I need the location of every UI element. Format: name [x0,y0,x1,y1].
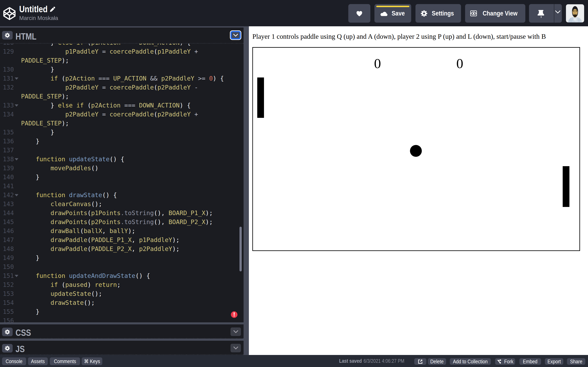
gear-icon [5,329,10,334]
unsaved-indicator [376,6,409,7]
error-badge[interactable]: ! [231,311,237,318]
code-text: drawPoints(p1Points.toString(), BOARD_P1… [21,209,213,217]
line-number: 145 [0,217,14,226]
css-settings-gear-button[interactable] [2,328,13,336]
code-text: drawState(); [21,298,95,307]
code-line: PADDLE_STEP); [0,119,243,128]
code-line: 149 } [0,253,243,262]
pin-split-button[interactable] [529,4,562,23]
pen-author[interactable]: Marcin Moskała [19,15,58,21]
html-collapse-button[interactable] [230,30,241,40]
fold-arrow-icon[interactable] [15,194,18,196]
fold-arrow-icon[interactable] [15,275,18,277]
change-view-button[interactable]: Change View [465,4,525,23]
export-button[interactable]: Export [545,358,563,365]
code-text: drawBall(ballX, ballY); [21,226,135,235]
score-right: 0 [456,55,463,71]
assets-button[interactable]: Assets [28,358,48,365]
code-text: drawPoints(p2Points.toString(), BOARD_P2… [21,217,213,226]
line-number: 151 [0,271,14,280]
js-settings-gear-button[interactable] [2,344,13,352]
pong-canvas[interactable]: 0 0 [252,47,580,251]
code-line: 132 p2PaddleY = coercePaddle(p2PaddleY - [0,83,243,92]
save-label: Save [392,9,405,17]
js-collapse-button[interactable] [231,344,241,352]
fold-arrow-icon[interactable] [15,158,18,160]
line-number: 146 [0,226,14,235]
code-line: PADDLE_STEP); [0,56,243,65]
settings-button[interactable]: Settings [415,4,461,23]
pin-icon [537,10,544,18]
line-number: 154 [0,298,14,307]
html-section-label: HTML [16,31,36,42]
editor-preview-resizer[interactable] [243,26,249,355]
chevron-down-icon[interactable] [555,10,561,14]
code-text: } else if (p1Action === DOWN_ACTION) { [21,44,191,47]
code-text: } else if (p2Action === DOWN_ACTION) { [21,101,191,110]
html-section-header[interactable]: HTML [0,27,243,44]
open-external-button[interactable] [414,358,426,365]
codepen-logo-icon[interactable] [3,7,16,20]
code-line: 137 [0,146,243,155]
focus-ring [231,31,241,39]
score-left: 0 [374,55,381,71]
line-number: 141 [0,182,14,191]
edit-pencil-icon[interactable] [49,6,56,12]
css-resizer[interactable] [0,322,249,324]
avatar-photo [566,4,584,22]
js-section-label: JS [16,344,25,354]
code-text: } [21,253,39,262]
css-collapse-button[interactable] [231,327,241,336]
line-number: 132 [0,83,14,92]
code-line: 135 } [0,128,243,137]
css-section-header[interactable]: CSS [0,324,243,339]
console-button[interactable]: Console [2,358,26,365]
heart-icon [355,10,363,17]
fold-arrow-icon[interactable] [15,77,18,80]
code-line: 146 drawBall(ballX, ballY); [0,226,243,235]
html-code-editor[interactable]: 128 } else if (p1Action === DOWN_ACTION)… [0,44,243,322]
instructions-text: Player 1 controls paddle using Q (up) an… [252,33,546,40]
footer-bar: Console Assets Comments ⌘ Keys Last save… [0,355,588,367]
code-line: 147 drawPaddle(PADDLE_P1_X, p1PaddleY); [0,235,243,244]
code-text: updateState(); [21,289,102,298]
code-line: 140 } [0,173,243,182]
js-section-header[interactable]: JS [0,341,243,355]
line-number: 129 [0,47,14,56]
code-line: 150 [0,262,243,271]
code-line: 129 p1PaddleY = coercePaddle(p1PaddleY + [0,47,243,56]
code-text: } [21,173,39,182]
html-settings-gear-button[interactable] [2,31,13,40]
fold-arrow-icon[interactable] [15,44,18,44]
code-line: 136 } [0,137,243,146]
fold-arrow-icon[interactable] [15,104,18,107]
editor-column: HTML 128 } else if (p1Action === DOWN_AC… [0,27,243,355]
code-line: 156 [0,316,243,322]
split-divider [554,4,554,23]
code-line: 152 if (paused) return; [0,280,243,289]
code-text: drawPaddle(PADDLE_P2_X, p2PaddleY); [21,244,180,253]
keys-button[interactable]: ⌘ Keys [82,358,102,365]
delete-button[interactable]: Delete [428,358,446,365]
chevron-down-icon [233,330,238,333]
add-to-collection-button[interactable]: Add to Collection [450,358,491,365]
code-line: 153 updateState(); [0,289,243,298]
line-number: 144 [0,209,14,217]
editor-scrollbar[interactable] [240,227,242,271]
code-line: 139 movePaddles() [0,164,243,173]
embed-button[interactable]: Embed [519,358,541,365]
code-text: if (p2Action === UP_ACTION && p2PaddleY … [21,74,224,83]
js-resizer[interactable] [0,339,249,341]
comments-button[interactable]: Comments [50,358,80,365]
css-section-label: CSS [16,327,31,338]
line-number: 153 [0,289,14,298]
chevron-down-icon [233,34,238,37]
like-button[interactable] [348,4,370,23]
view-icon [470,10,477,17]
line-number: 140 [0,173,14,182]
share-button[interactable]: Share [567,358,585,365]
fork-button[interactable]: Fork [495,358,515,365]
save-button[interactable]: Save [374,4,411,23]
avatar[interactable] [566,4,584,22]
code-line: 154 drawState(); [0,298,243,307]
